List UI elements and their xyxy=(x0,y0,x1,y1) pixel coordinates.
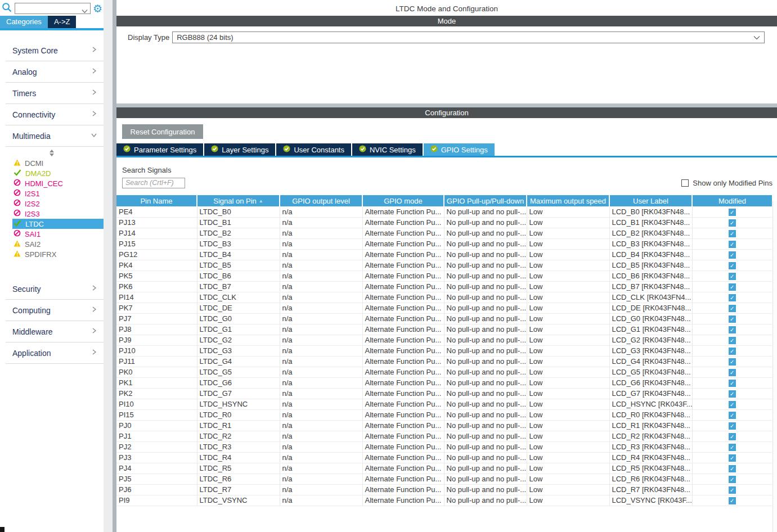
sidebar-item-hdmi-cec[interactable]: HDMI_CEC xyxy=(12,178,104,188)
cell-speed[interactable]: Low xyxy=(527,303,609,313)
cell-mode[interactable]: Alternate Function Pu... xyxy=(362,367,444,377)
cell-modified[interactable]: ✓ xyxy=(692,303,772,313)
cell-modified[interactable]: ✓ xyxy=(692,420,772,431)
sidebar-tab-categories[interactable]: Categories xyxy=(0,16,48,28)
checkbox-checked-icon[interactable]: ✓ xyxy=(729,358,736,366)
cell-mode[interactable]: Alternate Function Pu... xyxy=(362,409,444,420)
checkbox-checked-icon[interactable]: ✓ xyxy=(729,497,736,504)
checkbox-checked-icon[interactable]: ✓ xyxy=(729,486,736,494)
cell-modified[interactable]: ✓ xyxy=(692,281,772,292)
column-header-maximum-output-speed[interactable]: Maximum output speed xyxy=(527,195,609,206)
cell-modified[interactable]: ✓ xyxy=(692,399,772,409)
cell-signal[interactable]: LTDC_G5 xyxy=(197,367,280,377)
cell-pull[interactable]: No pull-up and no pull-... xyxy=(444,335,527,345)
cell-modified[interactable]: ✓ xyxy=(692,377,772,388)
column-header-signal-on-pin[interactable]: Signal on Pin▲ xyxy=(197,195,280,206)
cell-label[interactable]: LCD_B6 [RK043FN48... xyxy=(609,270,692,281)
cell-mode[interactable]: Alternate Function Pu... xyxy=(362,260,444,270)
cell-pull[interactable]: No pull-up and no pull-... xyxy=(444,270,527,281)
cell-signal[interactable]: LTDC_HSYNC xyxy=(197,399,280,409)
checkbox-checked-icon[interactable]: ✓ xyxy=(729,348,736,355)
cell-speed[interactable]: Low xyxy=(527,249,609,260)
cell-label[interactable]: LCD_HSYNC [RK043F... xyxy=(609,399,692,409)
cell-speed[interactable]: Low xyxy=(527,228,609,238)
cell-signal[interactable]: LTDC_B7 xyxy=(197,281,280,292)
cell-speed[interactable]: Low xyxy=(527,260,609,270)
cell-label[interactable]: LCD_B4 [RK043FN48... xyxy=(609,249,692,260)
signal-search-input[interactable] xyxy=(122,178,185,188)
cell-level[interactable]: n/a xyxy=(280,228,362,238)
cell-label[interactable]: LCD_R0 [RK043FN48... xyxy=(609,409,692,420)
tab-nvic-settings[interactable]: NVIC Settings xyxy=(352,143,423,156)
cell-signal[interactable]: LTDC_R6 xyxy=(197,474,280,484)
checkbox-checked-icon[interactable]: ✓ xyxy=(729,401,736,408)
cell-modified[interactable]: ✓ xyxy=(692,335,772,345)
cell-mode[interactable]: Alternate Function Pu... xyxy=(362,420,444,431)
cell-speed[interactable]: Low xyxy=(527,441,609,452)
sidebar-item-sai2[interactable]: SAI2 xyxy=(12,239,104,249)
sidebar-item-spdifrx[interactable]: SPDIFRX xyxy=(12,249,104,259)
sidebar-tab-a-z[interactable]: A->Z xyxy=(48,16,77,28)
cell-level[interactable]: n/a xyxy=(280,206,362,217)
cell-label[interactable]: LCD_G1 [RK043FN48... xyxy=(609,324,692,335)
cell-pull[interactable]: No pull-up and no pull-... xyxy=(444,452,527,463)
cell-modified[interactable]: ✓ xyxy=(692,260,772,270)
cell-speed[interactable]: Low xyxy=(527,206,609,217)
cell-signal[interactable]: LTDC_G2 xyxy=(197,335,280,345)
checkbox-checked-icon[interactable]: ✓ xyxy=(729,230,736,237)
cell-pull[interactable]: No pull-up and no pull-... xyxy=(444,345,527,356)
cell-label[interactable]: LCD_G5 [RK043FN48... xyxy=(609,367,692,377)
cell-mode[interactable]: Alternate Function Pu... xyxy=(362,495,444,506)
cell-speed[interactable]: Low xyxy=(527,345,609,356)
checkbox-checked-icon[interactable]: ✓ xyxy=(729,219,736,227)
cell-modified[interactable]: ✓ xyxy=(692,206,772,217)
cell-signal[interactable]: LTDC_G0 xyxy=(197,313,280,324)
cell-mode[interactable]: Alternate Function Pu... xyxy=(362,335,444,345)
checkbox-unchecked-icon[interactable] xyxy=(681,179,689,187)
cell-modified[interactable]: ✓ xyxy=(692,388,772,399)
cell-label[interactable]: LCD_R1 [RK043FN48... xyxy=(609,420,692,431)
cell-label[interactable]: LCD_R7 [RK043FN48... xyxy=(609,484,692,495)
cell-speed[interactable]: Low xyxy=(527,495,609,506)
sidebar-item-dcmi[interactable]: DCMI xyxy=(12,158,104,168)
cell-mode[interactable]: Alternate Function Pu... xyxy=(362,249,444,260)
cell-level[interactable]: n/a xyxy=(280,399,362,409)
cell-speed[interactable]: Low xyxy=(527,388,609,399)
cell-label[interactable]: LCD_B1 [RK043FN48... xyxy=(609,217,692,228)
checkbox-checked-icon[interactable]: ✓ xyxy=(729,422,736,430)
cell-signal[interactable]: LTDC_G7 xyxy=(197,388,280,399)
cell-signal[interactable]: LTDC_R1 xyxy=(197,420,280,431)
tab-layer-settings[interactable]: Layer Settings xyxy=(204,143,275,156)
cell-signal[interactable]: LTDC_R0 xyxy=(197,409,280,420)
cell-pull[interactable]: No pull-up and no pull-... xyxy=(444,409,527,420)
cell-modified[interactable]: ✓ xyxy=(692,217,772,228)
column-header-modified[interactable]: Modified xyxy=(692,195,772,206)
cell-signal[interactable]: LTDC_G4 xyxy=(197,356,280,367)
cell-level[interactable]: n/a xyxy=(280,260,362,270)
cell-pull[interactable]: No pull-up and no pull-... xyxy=(444,313,527,324)
checkbox-checked-icon[interactable]: ✓ xyxy=(729,369,736,376)
checkbox-checked-icon[interactable]: ✓ xyxy=(729,476,736,483)
sidebar-item-system-core[interactable]: System Core xyxy=(6,40,104,61)
cell-signal[interactable]: LTDC_VSYNC xyxy=(197,495,280,506)
column-header-gpio-output-level[interactable]: GPIO output level xyxy=(280,195,362,206)
cell-level[interactable]: n/a xyxy=(280,335,362,345)
column-header-gpio-mode[interactable]: GPIO mode xyxy=(362,195,444,206)
show-only-modified-pins-toggle[interactable]: Show only Modified Pins xyxy=(681,179,772,187)
cell-modified[interactable]: ✓ xyxy=(692,484,772,495)
cell-pull[interactable]: No pull-up and no pull-... xyxy=(444,388,527,399)
checkbox-checked-icon[interactable]: ✓ xyxy=(729,380,736,387)
cell-label[interactable]: LCD_DE [RK043FN48... xyxy=(609,303,692,313)
cell-level[interactable]: n/a xyxy=(280,217,362,228)
cell-modified[interactable]: ✓ xyxy=(692,356,772,367)
cell-level[interactable]: n/a xyxy=(280,313,362,324)
cell-label[interactable]: LCD_G0 [RK043FN48... xyxy=(609,313,692,324)
ip-search-combobox[interactable] xyxy=(15,3,91,14)
checkbox-checked-icon[interactable]: ✓ xyxy=(729,315,736,323)
cell-pull[interactable]: No pull-up and no pull-... xyxy=(444,474,527,484)
cell-pull[interactable]: No pull-up and no pull-... xyxy=(444,303,527,313)
checkbox-checked-icon[interactable]: ✓ xyxy=(729,209,736,216)
cell-signal[interactable]: LTDC_R5 xyxy=(197,463,280,474)
cell-signal[interactable]: LTDC_B0 xyxy=(197,206,280,217)
checkbox-checked-icon[interactable]: ✓ xyxy=(729,465,736,472)
